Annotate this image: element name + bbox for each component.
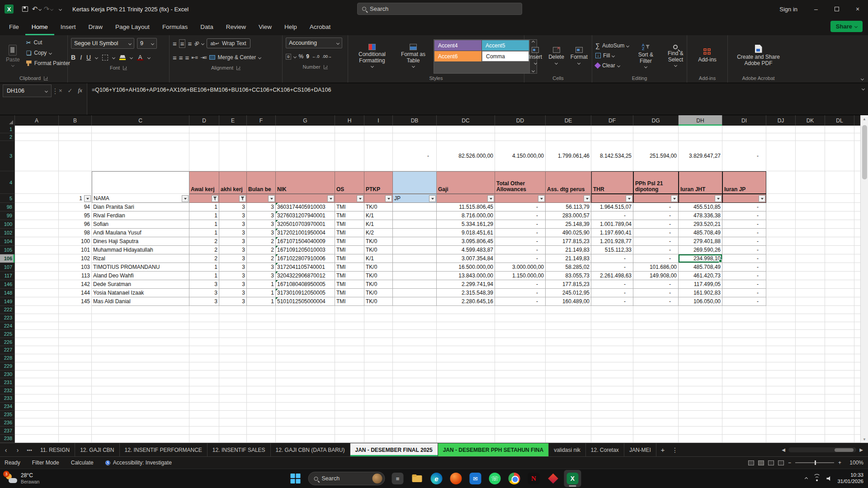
cell-DF224[interactable] — [591, 322, 633, 330]
cell-DK146[interactable] — [796, 280, 825, 289]
cell-C99[interactable]: Rival Ferdian — [92, 211, 189, 220]
cell-DF231[interactable] — [591, 378, 633, 386]
copy-button[interactable]: ❏Copy — [26, 48, 70, 58]
cell-DL106[interactable] — [825, 254, 854, 263]
column-header-G[interactable]: G — [276, 115, 335, 126]
cell-A98[interactable] — [15, 203, 59, 211]
cell-C227[interactable] — [92, 346, 189, 354]
formula-input[interactable]: =Q106+Y106+AH106+AP106+AX106+BE106+BM106… — [87, 83, 868, 115]
cell-DJ237[interactable] — [766, 427, 796, 435]
close-button[interactable]: × — [847, 0, 868, 18]
cell-DE226[interactable] — [546, 338, 591, 346]
cell-B106[interactable]: 102 — [59, 254, 92, 263]
row-header-105[interactable]: 105 — [0, 246, 15, 254]
row-header-1[interactable]: 1 — [0, 126, 15, 133]
row-header-232[interactable]: 232 — [0, 386, 15, 394]
status-accessibility[interactable]: ♿Accessibility: Investigate — [105, 460, 172, 466]
cell-DJ222[interactable] — [766, 306, 796, 314]
column-header-DF[interactable]: DF — [591, 115, 633, 126]
cell-DL229[interactable] — [825, 362, 854, 371]
italic-button[interactable]: I — [80, 54, 82, 61]
dialog-launcher-icon[interactable] — [44, 76, 48, 80]
cell-E228[interactable] — [219, 354, 247, 362]
cell-DI235[interactable] — [722, 411, 766, 419]
row-header-146[interactable]: 146 — [0, 280, 15, 289]
cell-A225[interactable] — [15, 330, 59, 338]
cell-C104[interactable]: Dines Haji Saputra — [92, 237, 189, 246]
cell-B146[interactable]: 142 — [59, 280, 92, 289]
cell-DL2[interactable] — [825, 133, 854, 141]
taskbar-app-app-window[interactable]: ≡ — [389, 470, 406, 487]
cell-C107[interactable]: TIMOTIUS PROMANDANU — [92, 263, 189, 272]
cell-DH148[interactable]: 161.902,83 — [679, 289, 722, 297]
hidden-icons-chevron-icon[interactable] — [805, 478, 807, 480]
cell-DG231[interactable] — [633, 378, 679, 386]
cell-E237[interactable] — [219, 427, 247, 435]
cell-DB228[interactable] — [393, 354, 437, 362]
cell-DJ5[interactable] — [766, 194, 796, 203]
cell-DF100[interactable]: 1.001.789,04 — [591, 220, 633, 229]
cell-H238[interactable] — [335, 435, 364, 443]
cell-DK148[interactable] — [796, 289, 825, 297]
zoom-level[interactable]: 100% — [845, 460, 863, 466]
insert-cells-button[interactable]: Insert — [526, 38, 545, 74]
header-cell-F[interactable]: Bulan be — [247, 171, 276, 194]
cell-H1[interactable] — [335, 126, 364, 133]
cell-DH229[interactable] — [679, 362, 722, 371]
find-select-button[interactable]: Find & Select — [662, 38, 689, 74]
cell-DE117[interactable]: 83.055,73 — [546, 272, 591, 280]
cell-DF233[interactable] — [591, 394, 633, 403]
row-header-102[interactable]: 102 — [0, 229, 15, 237]
cell-DC229[interactable] — [437, 362, 495, 371]
cell-E235[interactable] — [219, 411, 247, 419]
cell-DK149[interactable] — [796, 297, 825, 306]
row-header-229[interactable]: 229 — [0, 362, 15, 371]
cell-DD226[interactable] — [495, 338, 546, 346]
cell-DE233[interactable] — [546, 394, 591, 403]
cell-B149[interactable]: 145 — [59, 297, 92, 306]
row-header-99[interactable]: 99 — [0, 211, 15, 220]
cell-DL146[interactable] — [825, 280, 854, 289]
menu-tab-data[interactable]: Data — [194, 18, 220, 35]
cell-DI231[interactable] — [722, 378, 766, 386]
cell-DE235[interactable] — [546, 411, 591, 419]
cell-H234[interactable] — [335, 403, 364, 411]
style-item-accent5[interactable]: Accent5 — [482, 40, 529, 51]
cell-B236[interactable] — [59, 418, 92, 427]
cell-DE149[interactable]: 160.489,00 — [546, 297, 591, 306]
cell-DI232[interactable] — [722, 386, 766, 394]
cell-DE106[interactable]: 21.149,83 — [546, 254, 591, 263]
cell-H148[interactable]: TMI — [335, 289, 364, 297]
cell-DE237[interactable] — [546, 427, 591, 435]
cancel-entry-icon[interactable]: × — [59, 87, 62, 94]
cell-DE2[interactable] — [546, 133, 591, 141]
column-header-I[interactable]: I — [364, 115, 393, 126]
cell-DK225[interactable] — [796, 330, 825, 338]
cell-DG2[interactable] — [633, 133, 679, 141]
cell-C117[interactable]: Aland Deo Wahfi — [92, 272, 189, 280]
cell-DE236[interactable] — [546, 418, 591, 427]
cell-DL100[interactable] — [825, 220, 854, 229]
cell-A1[interactable] — [15, 126, 59, 133]
cell-DE222[interactable] — [546, 306, 591, 314]
cell-DC1[interactable] — [437, 126, 495, 133]
cell-DI226[interactable] — [722, 338, 766, 346]
cell-C5[interactable]: NAMA — [92, 194, 189, 203]
cell-DH235[interactable] — [679, 411, 722, 419]
cell-DJ225[interactable] — [766, 330, 796, 338]
cell-DI237[interactable] — [722, 427, 766, 435]
cell-DJ235[interactable] — [766, 411, 796, 419]
cell-DC225[interactable] — [437, 330, 495, 338]
cell-DH149[interactable]: 106.050,00 — [679, 297, 722, 306]
cell-DD106[interactable]: - — [495, 254, 546, 263]
cell-DG107[interactable]: 101.686,00 — [633, 263, 679, 272]
cell-DB226[interactable] — [393, 338, 437, 346]
cell-I234[interactable] — [364, 403, 393, 411]
header-cell-DI[interactable]: Iuran JP — [722, 171, 766, 194]
cell-C228[interactable] — [92, 354, 189, 362]
menu-tab-page-layout[interactable]: Page Layout — [109, 18, 156, 35]
cell-E226[interactable] — [219, 338, 247, 346]
cell-DI238[interactable] — [722, 435, 766, 443]
cell-D223[interactable] — [189, 314, 219, 322]
merge-center-button[interactable]: Merge & Center — [209, 52, 261, 63]
